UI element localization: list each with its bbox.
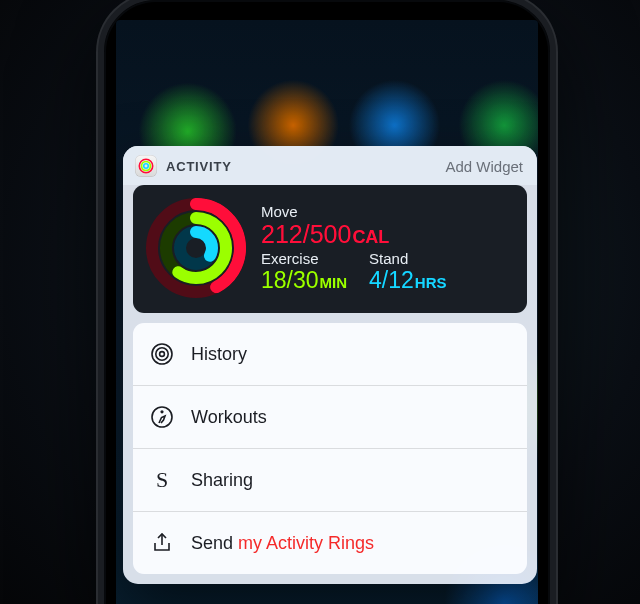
activity-app-icon [135,155,157,177]
history-icon [149,341,175,367]
svg-point-1 [142,162,151,171]
svg-point-11 [160,352,165,357]
svg-point-2 [144,164,148,168]
add-widget-button[interactable]: Add Widget [445,158,523,175]
workouts-label: Workouts [191,407,267,428]
workouts-action[interactable]: Workouts [133,385,527,448]
exercise-metric: Exercise 18/30MIN [261,251,347,292]
quick-actions-list: History Workouts S Sharing [133,323,527,574]
move-unit: CAL [352,227,389,247]
sharing-action[interactable]: S Sharing [133,448,527,511]
stand-unit: HRS [415,274,447,291]
workouts-icon [149,404,175,430]
stand-value: 4/12 [369,267,414,293]
sharing-label: Sharing [191,470,253,491]
send-highlight: my Activity Rings [238,533,374,553]
force-touch-popup: ACTIVITY Add Widget [123,146,537,584]
stand-label: Stand [369,251,446,268]
iphone-screen: ACTIVITY Add Widget [116,20,538,604]
iphone-frame: ACTIVITY Add Widget [98,0,556,604]
exercise-label: Exercise [261,251,347,268]
activity-metrics: Move 212/500CAL Exercise 18/30MIN [261,197,513,299]
widget-title: ACTIVITY [166,159,445,174]
send-prefix: Send [191,533,238,553]
svg-point-13 [160,410,163,413]
move-metric: Move 212/500CAL [261,204,513,247]
stand-metric: Stand 4/12HRS [369,251,446,292]
move-label: Move [261,204,513,221]
svg-point-10 [156,348,168,360]
send-rings-label: Send my Activity Rings [191,533,374,554]
move-value: 212/500 [261,220,351,248]
exercise-value: 18/30 [261,267,319,293]
share-icon [149,530,175,556]
svg-point-9 [152,344,172,364]
widget-header: ACTIVITY Add Widget [123,146,537,185]
sharing-icon: S [149,467,175,493]
history-action[interactable]: History [133,323,527,385]
history-label: History [191,344,247,365]
activity-summary-card[interactable]: Move 212/500CAL Exercise 18/30MIN [133,185,527,313]
activity-rings-icon [145,197,247,299]
exercise-unit: MIN [320,274,348,291]
send-rings-action[interactable]: Send my Activity Rings [133,511,527,574]
